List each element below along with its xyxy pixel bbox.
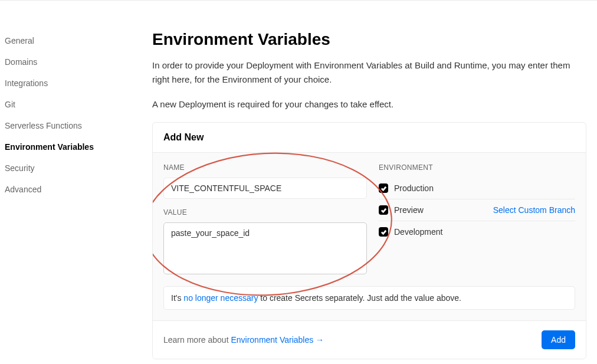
sidebar-item-git[interactable]: Git bbox=[5, 94, 140, 115]
card-body: NAME VALUE paste_your_space_id ENVIRONME… bbox=[153, 153, 586, 320]
card-header: Add New bbox=[153, 123, 586, 153]
checkbox-preview[interactable] bbox=[379, 205, 388, 215]
sidebar-item-advanced[interactable]: Advanced bbox=[5, 179, 140, 200]
sidebar-item-domains[interactable]: Domains bbox=[5, 51, 140, 73]
sidebar-item-serverless-functions[interactable]: Serverless Functions bbox=[5, 115, 140, 136]
sidebar-item-security[interactable]: Security bbox=[5, 158, 140, 179]
main-content: Environment Variables In order to provid… bbox=[152, 30, 592, 359]
env-label-production: Production bbox=[394, 183, 575, 193]
page-title: Environment Variables bbox=[152, 30, 586, 49]
sidebar-item-general[interactable]: General bbox=[5, 30, 140, 51]
info-box: It's no longer necessary to create Secre… bbox=[163, 286, 575, 310]
settings-sidebar: General Domains Integrations Git Serverl… bbox=[5, 30, 152, 359]
value-textarea[interactable]: paste_your_space_id bbox=[163, 222, 367, 274]
checkbox-development[interactable] bbox=[379, 227, 388, 237]
learn-link[interactable]: Environment Variables → bbox=[231, 335, 324, 345]
env-row-development: Development bbox=[379, 221, 575, 242]
checkbox-production[interactable] bbox=[379, 183, 388, 193]
sidebar-item-integrations[interactable]: Integrations bbox=[5, 73, 140, 94]
value-label: VALUE bbox=[163, 208, 367, 217]
name-input[interactable] bbox=[163, 178, 367, 199]
add-new-card: Add New NAME VALUE paste_your_space_id bbox=[152, 122, 586, 359]
page-description-2: A new Deployment is required for your ch… bbox=[152, 97, 586, 112]
select-custom-branch-link[interactable]: Select Custom Branch bbox=[493, 205, 575, 215]
learn-prefix: Learn more about bbox=[163, 335, 231, 345]
arrow-right-icon: → bbox=[313, 335, 324, 345]
card-footer: Learn more about Environment Variables →… bbox=[153, 320, 586, 359]
env-row-preview: Preview Select Custom Branch bbox=[379, 199, 575, 221]
env-label-preview: Preview bbox=[394, 205, 493, 215]
learn-more: Learn more about Environment Variables → bbox=[163, 335, 324, 345]
info-prefix: It's bbox=[171, 293, 183, 303]
add-button[interactable]: Add bbox=[542, 330, 575, 349]
env-row-production: Production bbox=[379, 178, 575, 199]
sidebar-item-environment-variables[interactable]: Environment Variables bbox=[5, 136, 140, 158]
environment-label: ENVIRONMENT bbox=[379, 163, 575, 172]
page-description-1: In order to provide your Deployment with… bbox=[152, 58, 586, 87]
info-suffix: to create Secrets separately. Just add t… bbox=[258, 293, 461, 303]
name-label: NAME bbox=[163, 163, 367, 172]
env-label-development: Development bbox=[394, 227, 575, 237]
info-link[interactable]: no longer necessary bbox=[183, 293, 258, 303]
